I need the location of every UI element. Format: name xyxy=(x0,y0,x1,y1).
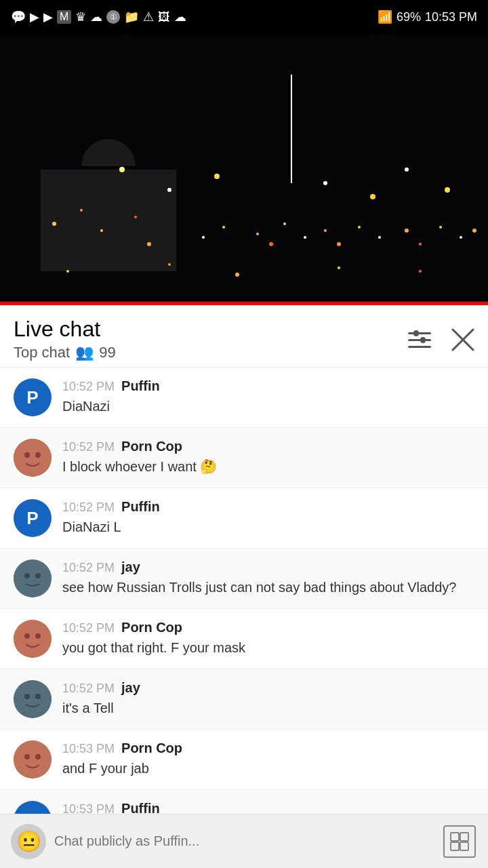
status-bar: 💬 ▶ ▶ M ♛ ☁ ① 📁 ⚠ 🖼 ☁ 📶 69% 10:53 PM xyxy=(0,0,488,34)
send-icon xyxy=(443,825,476,858)
message-text: I block whoever I want 🤔 xyxy=(62,457,474,476)
avatar xyxy=(14,559,52,597)
message-meta: 10:52 PM Porn Cop xyxy=(62,620,474,635)
message-content: 10:52 PM jay it's a Tell xyxy=(62,680,474,717)
message-meta: 10:52 PM jay xyxy=(62,680,474,696)
avatar: P xyxy=(14,378,52,416)
message-text: it's a Tell xyxy=(62,698,474,717)
play-icon: ▶ xyxy=(30,9,39,24)
video-player[interactable] xyxy=(0,34,488,305)
svg-rect-22 xyxy=(451,833,459,841)
message-time: 10:52 PM xyxy=(62,621,115,635)
svg-rect-3 xyxy=(413,330,419,336)
message-author: Porn Cop xyxy=(121,620,182,635)
list-item: P 10:52 PM Puffin DiaNazi L xyxy=(0,488,488,549)
battery-text: 69% xyxy=(396,10,421,24)
svg-point-21 xyxy=(35,754,41,760)
send-button[interactable] xyxy=(442,824,477,859)
message-author: jay xyxy=(121,680,140,696)
wifi-icon: 📶 xyxy=(378,9,392,24)
message-author: Puffin xyxy=(121,499,160,515)
emoji-button[interactable]: 😐 xyxy=(11,824,46,859)
message-time: 10:53 PM xyxy=(62,742,115,756)
svg-point-13 xyxy=(14,620,52,658)
svg-point-17 xyxy=(24,694,30,699)
svg-point-19 xyxy=(14,741,52,778)
video-progress-bar xyxy=(0,302,488,305)
avatar xyxy=(14,439,52,477)
message-text: see how Russian Trolls just can not say … xyxy=(62,578,474,597)
message-meta: 10:52 PM Porn Cop xyxy=(62,439,474,454)
message-content: 10:52 PM Porn Cop you got that right. F … xyxy=(62,620,474,657)
svg-rect-4 xyxy=(420,337,426,343)
play2-icon: ▶ xyxy=(43,9,53,24)
chat-subtitle: Top chat 👥 99 xyxy=(14,344,116,361)
message-text: you got that right. F your mask xyxy=(62,638,474,657)
message-time: 10:52 PM xyxy=(62,682,115,696)
folder-icon: 📁 xyxy=(124,9,139,24)
cloud-icon: ☁ xyxy=(90,9,102,24)
image-icon: 🖼 xyxy=(158,10,170,24)
svg-rect-0 xyxy=(408,332,431,334)
status-info: 📶 69% 10:53 PM xyxy=(378,9,477,24)
avatar xyxy=(14,620,52,658)
message-meta: 10:52 PM jay xyxy=(62,559,474,575)
top-chat-label: Top chat xyxy=(14,344,70,361)
message-time: 10:52 PM xyxy=(62,380,115,394)
message-time: 10:52 PM xyxy=(62,500,115,515)
chat-header: Live chat Top chat 👥 99 xyxy=(0,305,488,368)
chat-header-right xyxy=(408,328,474,351)
list-item: P 10:53 PM Puffin pepe switched accounts… xyxy=(0,790,488,815)
svg-point-16 xyxy=(14,680,52,718)
svg-rect-1 xyxy=(408,339,431,341)
svg-point-15 xyxy=(35,633,41,639)
close-button[interactable] xyxy=(451,328,474,351)
svg-point-18 xyxy=(35,694,41,699)
circle-icon: ① xyxy=(106,10,120,24)
chat-input[interactable] xyxy=(54,833,434,849)
status-icons: 💬 ▶ ▶ M ♛ ☁ ① 📁 ⚠ 🖼 ☁ xyxy=(11,9,186,24)
svg-point-20 xyxy=(24,754,30,760)
svg-point-9 xyxy=(35,452,41,458)
message-content: 10:52 PM Porn Cop I block whoever I want… xyxy=(62,439,474,476)
list-item: P 10:52 PM Puffin DiaNazi xyxy=(0,368,488,428)
message-author: Porn Cop xyxy=(121,439,182,454)
svg-rect-25 xyxy=(460,842,468,850)
message-text: and F your jab xyxy=(62,759,474,778)
cloud2-icon: ☁ xyxy=(174,9,186,24)
m-icon: M xyxy=(57,10,71,24)
svg-point-8 xyxy=(24,452,30,458)
message-time: 10:52 PM xyxy=(62,561,115,575)
list-item: 10:52 PM jay see how Russian Trolls just… xyxy=(0,549,488,609)
avatar xyxy=(14,680,52,718)
avatar: P xyxy=(14,499,52,537)
crown-icon: ♛ xyxy=(75,9,86,24)
list-item: 10:52 PM jay it's a Tell xyxy=(0,669,488,730)
svg-rect-23 xyxy=(460,833,468,841)
message-text: DiaNazi xyxy=(62,397,474,416)
message-author: Puffin xyxy=(121,378,160,394)
message-content: 10:53 PM Porn Cop and F your jab xyxy=(62,741,474,778)
svg-point-12 xyxy=(35,573,41,578)
emoji-icon: 😐 xyxy=(16,829,41,853)
filter-button[interactable] xyxy=(408,330,431,349)
avatar xyxy=(14,741,52,778)
message-meta: 10:53 PM Porn Cop xyxy=(62,741,474,756)
message-meta: 10:52 PM Puffin xyxy=(62,499,474,515)
person-icon: 👥 xyxy=(75,344,94,361)
svg-point-14 xyxy=(24,633,30,639)
list-item: 10:52 PM Porn Cop you got that right. F … xyxy=(0,609,488,669)
message-author: Porn Cop xyxy=(121,741,182,756)
list-item: 10:52 PM Porn Cop I block whoever I want… xyxy=(0,428,488,488)
warning-icon: ⚠ xyxy=(143,9,154,24)
message-content: 10:52 PM jay see how Russian Trolls just… xyxy=(62,559,474,597)
svg-point-7 xyxy=(14,439,52,477)
chat-messages: P 10:52 PM Puffin DiaNazi 10:52 PM Porn … xyxy=(0,368,488,815)
message-time: 10:52 PM xyxy=(62,440,115,454)
message-content: 10:52 PM Puffin DiaNazi L xyxy=(62,499,474,536)
svg-point-11 xyxy=(24,573,30,578)
svg-point-10 xyxy=(14,559,52,597)
svg-rect-24 xyxy=(451,842,459,850)
message-icon: 💬 xyxy=(11,9,26,24)
message-author: jay xyxy=(121,559,140,575)
